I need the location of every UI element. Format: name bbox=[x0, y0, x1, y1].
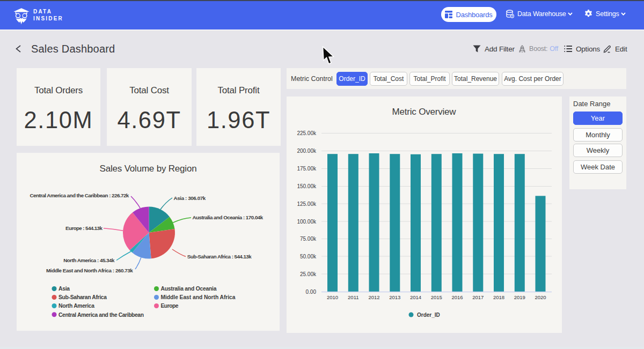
svg-text:Middle East and North Africa: Middle East and North Africa bbox=[161, 294, 236, 300]
svg-text:Australia and Oceania: Australia and Oceania bbox=[161, 286, 217, 292]
svg-text:2015: 2015 bbox=[431, 294, 442, 300]
svg-text:100.00k: 100.00k bbox=[297, 219, 317, 225]
svg-text:Middle East and North Africa :: Middle East and North Africa : 260.73k bbox=[46, 268, 133, 273]
svg-text:Sub-Saharan Africa : 544.13k: Sub-Saharan Africa : 544.13k bbox=[187, 254, 252, 259]
svg-text:Asia: Asia bbox=[58, 286, 70, 292]
svg-text:150.00k: 150.00k bbox=[297, 183, 317, 189]
svg-text:2020: 2020 bbox=[535, 294, 546, 300]
svg-text:2012: 2012 bbox=[368, 294, 379, 300]
svg-text:Order_ID: Order_ID bbox=[417, 312, 440, 318]
svg-text:50.00k: 50.00k bbox=[300, 254, 317, 259]
svg-text:2018: 2018 bbox=[493, 294, 504, 300]
svg-text:Europe: Europe bbox=[161, 303, 179, 309]
svg-text:2014: 2014 bbox=[410, 294, 421, 300]
svg-text:Asia : 306.07k: Asia : 306.07k bbox=[174, 195, 206, 201]
svg-text:North America : 45.34k: North America : 45.34k bbox=[63, 257, 115, 263]
svg-text:2019: 2019 bbox=[514, 294, 525, 300]
svg-text:200.00k: 200.00k bbox=[297, 148, 317, 154]
svg-text:2010: 2010 bbox=[327, 294, 338, 300]
svg-text:Europe : 544.13k: Europe : 544.13k bbox=[65, 225, 103, 231]
svg-text:2013: 2013 bbox=[389, 294, 400, 300]
svg-text:0.00: 0.00 bbox=[306, 289, 317, 295]
svg-text:2016: 2016 bbox=[451, 294, 463, 300]
svg-text:Sub-Saharan Africa: Sub-Saharan Africa bbox=[58, 294, 107, 300]
svg-text:125.00k: 125.00k bbox=[297, 201, 317, 207]
svg-text:175.00k: 175.00k bbox=[297, 166, 317, 172]
svg-text:Central America and the Caribb: Central America and the Caribbean bbox=[58, 312, 144, 318]
svg-text:Australia and Oceania : 170.04: Australia and Oceania : 170.04k bbox=[193, 214, 264, 220]
svg-text:North America: North America bbox=[58, 303, 94, 309]
svg-text:225.00k: 225.00k bbox=[297, 130, 317, 136]
svg-text:Metric Overview: Metric Overview bbox=[392, 107, 457, 117]
svg-text:Central America and the Caribb: Central America and the Caribbean : 226.… bbox=[30, 192, 129, 198]
svg-text:2011: 2011 bbox=[348, 294, 358, 300]
svg-text:75.00k: 75.00k bbox=[300, 236, 317, 242]
svg-text:2017: 2017 bbox=[472, 294, 484, 300]
svg-text:25.00k: 25.00k bbox=[300, 271, 317, 277]
